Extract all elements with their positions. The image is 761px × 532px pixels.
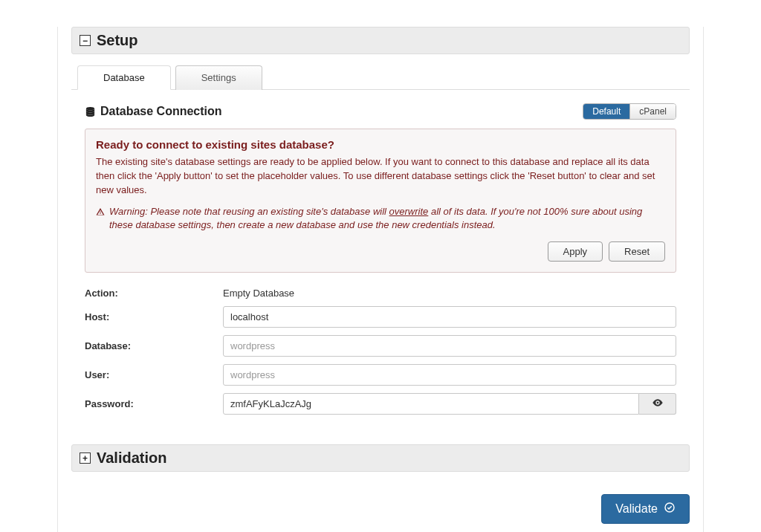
- row-password: Password:: [85, 393, 676, 415]
- pill-cpanel[interactable]: cPanel: [629, 104, 676, 119]
- plus-icon: +: [80, 452, 91, 464]
- warning-prefix: Warning: Please note that reusing an exi…: [109, 206, 389, 217]
- setup-panel: − Setup Database Settings Database Conne…: [71, 27, 690, 415]
- database-input[interactable]: [223, 335, 676, 357]
- setup-title: Setup: [97, 32, 138, 49]
- label-action: Action:: [85, 288, 223, 299]
- warning-icon: [96, 207, 105, 233]
- database-connection-heading: Database Connection: [85, 105, 222, 118]
- validate-label: Validate: [615, 502, 658, 516]
- minus-icon: −: [80, 35, 91, 46]
- section-heading-row: Database Connection Default cPanel: [85, 103, 676, 120]
- notice-body: The existing site's database settings ar…: [96, 155, 665, 198]
- pill-default[interactable]: Default: [583, 104, 629, 119]
- tab-settings[interactable]: Settings: [175, 65, 262, 90]
- validate-button[interactable]: Validate: [601, 494, 690, 524]
- validation-title: Validation: [97, 450, 166, 467]
- svg-point-0: [86, 106, 94, 109]
- database-notice: Ready to connect to existing sites datab…: [85, 129, 676, 273]
- reset-button[interactable]: Reset: [609, 241, 665, 262]
- host-input[interactable]: [223, 306, 676, 328]
- notice-actions: Apply Reset: [96, 241, 665, 262]
- row-action: Action: Empty Database: [85, 288, 676, 299]
- row-database: Database:: [85, 335, 676, 357]
- value-action: Empty Database: [223, 288, 676, 299]
- database-icon: [85, 106, 96, 117]
- apply-button[interactable]: Apply: [548, 241, 603, 262]
- check-circle-icon: [664, 502, 676, 516]
- main-card: − Setup Database Settings Database Conne…: [57, 27, 704, 532]
- db-form: Action: Empty Database Host: Database:: [85, 288, 676, 415]
- password-group: [223, 393, 676, 415]
- setup-panel-header[interactable]: − Setup: [71, 27, 690, 54]
- warning-overwrite: overwrite: [389, 206, 429, 217]
- password-input[interactable]: [223, 393, 639, 415]
- user-input[interactable]: [223, 364, 676, 386]
- label-database: Database:: [85, 340, 223, 351]
- eye-icon: [652, 397, 664, 411]
- row-user: User:: [85, 364, 676, 386]
- tabs-row: Database Settings: [71, 65, 690, 90]
- setup-body: Database Settings Database Connection De…: [71, 54, 690, 415]
- notice-title: Ready to connect to existing sites datab…: [96, 138, 665, 151]
- label-password: Password:: [85, 398, 223, 409]
- row-host: Host:: [85, 306, 676, 328]
- toggle-password-button[interactable]: [639, 393, 676, 415]
- tab-database[interactable]: Database: [77, 65, 171, 90]
- validation-panel-header[interactable]: + Validation: [71, 444, 690, 472]
- section-title-text: Database Connection: [100, 105, 222, 118]
- notice-warning: Warning: Please note that reusing an exi…: [96, 205, 665, 233]
- label-user: User:: [85, 369, 223, 380]
- connection-mode-pills: Default cPanel: [583, 103, 676, 120]
- validate-row: Validate: [71, 494, 690, 524]
- label-host: Host:: [85, 311, 223, 322]
- validation-panel: + Validation: [71, 444, 690, 472]
